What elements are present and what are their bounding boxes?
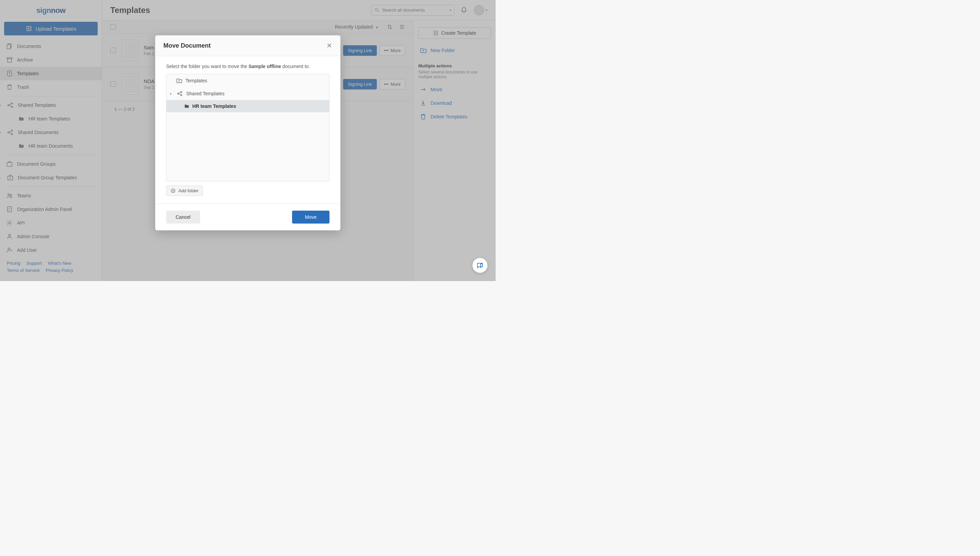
modal-body: Select the folder you want to move the S… — [155, 56, 340, 204]
modal-title: Move Document — [163, 42, 211, 49]
move-document-modal: Move Document ✕ Select the folder you wa… — [155, 36, 340, 230]
modal-header: Move Document ✕ — [155, 36, 340, 56]
modal-instruction: Select the folder you want to move the S… — [166, 64, 330, 69]
add-folder-button[interactable]: Add folder — [166, 186, 203, 196]
modal-actions: Cancel Move — [155, 204, 340, 230]
modal-close-button[interactable]: ✕ — [327, 42, 332, 50]
share-icon — [177, 91, 183, 97]
chevron-down-icon: ▾ — [170, 92, 173, 95]
folder-plus-icon — [176, 78, 182, 84]
chat-icon — [476, 262, 484, 269]
folder-icon — [184, 104, 189, 108]
tree-item-hr-team-templates[interactable]: HR team Templates — [167, 100, 329, 112]
chat-button[interactable] — [472, 258, 487, 273]
close-icon: ✕ — [327, 42, 332, 49]
plus-circle-icon — [171, 188, 176, 193]
cancel-button[interactable]: Cancel — [166, 211, 200, 223]
tree-item-templates[interactable]: Templates — [167, 74, 329, 87]
tree-item-shared-templates[interactable]: ▾ Shared Templates — [167, 87, 329, 100]
folder-tree: Templates ▾ Shared Templates HR team Tem… — [166, 74, 330, 181]
move-button[interactable]: Move — [292, 211, 330, 223]
